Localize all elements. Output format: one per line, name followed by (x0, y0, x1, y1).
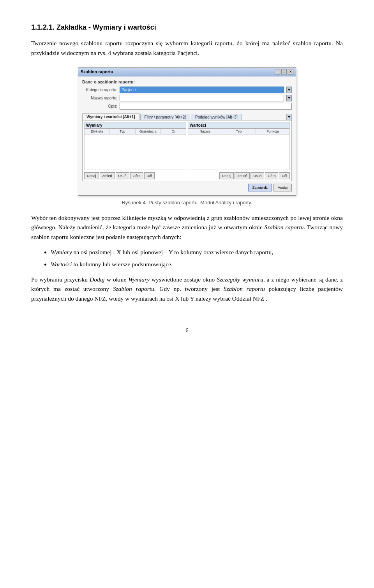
wartosci-header: Wartości (188, 122, 289, 129)
bullet-item-wartosci: Wartości to kolumny lub wiersze podsumow… (51, 260, 343, 269)
wymiary-sub-granulacja: Granulacja (136, 129, 161, 134)
wartosci-zmien-btn[interactable]: Zmień (235, 172, 250, 179)
wartosci-gora-btn[interactable]: Góra (265, 172, 278, 179)
wymiary-column: Wymiary Etykieta Typ Granulacja Oi (84, 122, 186, 170)
wymiary-header: Wymiary (85, 122, 186, 129)
kategoria-row: Kategoria raportu: Pacjenci ▼ (82, 87, 292, 93)
wartosci-sub-nazwa: Nazwa (188, 129, 222, 134)
maximize-button[interactable]: □ (281, 69, 287, 74)
wartosci-table-body (188, 135, 289, 170)
screenshot-box: Szablon raportu ─ □ ✕ Dane o szablonie r… (78, 67, 296, 196)
nazwa-dropdown-btn[interactable]: ▼ (286, 95, 292, 101)
bottom-buttons: Dodaj Zmień Usuń Góra Dół Dodaj Zmień Us… (84, 172, 290, 179)
nazwa-row: Nazwa raportu: ▼ (82, 95, 292, 101)
anuluj-btn[interactable]: Anuluj (273, 184, 292, 191)
wartosci-column: Wartości Nazwa Typ Funkcja (188, 122, 290, 170)
figure-container: Szablon raportu ─ □ ✕ Dane o szablonie r… (31, 67, 343, 196)
page-number: 6 (31, 327, 343, 334)
wymiary-sub-typ: Typ (110, 129, 135, 134)
wartosci-dol-btn[interactable]: Dół (279, 172, 290, 179)
window-content: Dane o szablonie raportu: Kategoria rapo… (78, 76, 296, 195)
kategoria-input[interactable]: Pacjenci (120, 87, 284, 93)
wymiary-btn-group: Dodaj Zmień Usuń Góra Dół (84, 172, 155, 179)
wartosci-sub-headers: Nazwa Typ Funkcja (188, 129, 289, 135)
opis-row: Opis: (82, 103, 292, 110)
zatwierdz-btn[interactable]: Zatwierdź (248, 184, 272, 191)
form-section-label: Dane o szablonie raportu: (82, 80, 292, 84)
wymiary-gora-btn[interactable]: Góra (130, 172, 143, 179)
tabs-bar: Wymiary i wartości [Alt+1] Filtry / para… (82, 113, 292, 120)
section-heading: 1.1.2.1. Zakładka - Wymiary i wartości (31, 23, 343, 32)
tab-filtry[interactable]: Filtry / parametry [Alt+2] (140, 114, 190, 120)
kategoria-dropdown-btn[interactable]: ▼ (286, 87, 292, 93)
figure-caption: Rysunek 4. Pusty szablon raportu. Moduł … (31, 200, 343, 205)
bullet-list: Wymiary na osi poziomej - X lub osi pion… (51, 248, 343, 269)
wartosci-sub-typ: Typ (222, 129, 256, 134)
window-controls[interactable]: ─ □ ✕ (275, 69, 293, 74)
nazwa-label: Nazwa raportu: (82, 96, 117, 100)
paragraph-1: Tworzenie nowego szablonu raportu rozpoc… (31, 39, 343, 58)
paragraph-3: Po wybraniu przycisku Dodaj w oknie Wymi… (31, 275, 343, 304)
wymiary-sub-etykieta: Etykieta (85, 129, 110, 134)
wymiary-sub-oi: Oi (161, 129, 186, 134)
bullet-item-wymiary: Wymiary na osi poziomej - X lub osi pion… (51, 248, 343, 257)
wartosci-btn-group: Dodaj Zmień Usuń Góra Dół (219, 172, 290, 179)
opis-input[interactable] (120, 103, 292, 110)
two-col-table: Wymiary Etykieta Typ Granulacja Oi Warto… (84, 122, 290, 170)
action-buttons: Zatwierdź Anuluj (82, 184, 292, 191)
wartosci-dodaj-btn[interactable]: Dodaj (219, 172, 234, 179)
window-titlebar: Szablon raportu ─ □ ✕ (78, 68, 296, 76)
tabs-scroll-btn[interactable]: ▼ (286, 114, 292, 120)
wymiary-usun-btn[interactable]: Usuń (116, 172, 129, 179)
wymiary-sub-headers: Etykieta Typ Granulacja Oi (85, 129, 186, 135)
tab-wymiary[interactable]: Wymiary i wartości [Alt+1] (82, 113, 139, 120)
opis-label: Opis: (82, 104, 117, 108)
kategoria-label: Kategoria raportu: (82, 88, 117, 92)
wymiary-dol-btn[interactable]: Dół (144, 172, 155, 179)
close-button[interactable]: ✕ (288, 69, 293, 74)
wymiary-table-body (85, 135, 186, 170)
paragraph-2: Wybór ten dokonywany jest poprzez klikni… (31, 213, 343, 242)
wymiary-zmien-btn[interactable]: Zmień (100, 172, 115, 179)
window-title: Szablon raportu (81, 69, 113, 74)
wartosci-sub-funkcja: Funkcja (256, 129, 289, 134)
kategoria-value: Pacjenci (122, 88, 136, 92)
nazwa-input[interactable] (120, 95, 284, 101)
tab-content: Wymiary Etykieta Typ Granulacja Oi Warto… (82, 120, 292, 181)
tab-podglad[interactable]: Podgląd wyników [Alt+3] (191, 114, 242, 120)
wymiary-dodaj-btn[interactable]: Dodaj (84, 172, 99, 179)
minimize-button[interactable]: ─ (275, 69, 280, 74)
wartosci-usun-btn[interactable]: Usuń (251, 172, 264, 179)
